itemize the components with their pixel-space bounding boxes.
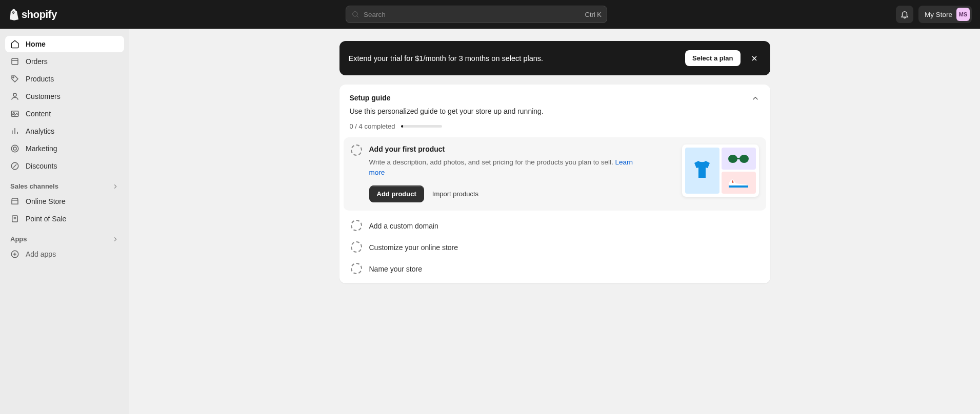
section-label: Apps <box>10 235 27 243</box>
svg-point-4 <box>13 93 16 96</box>
avatar: MS <box>956 8 970 21</box>
sidebar-item-online-store[interactable]: Online Store <box>5 193 124 210</box>
svg-line-1 <box>357 16 358 17</box>
content-icon <box>10 109 19 118</box>
search-icon <box>351 10 359 18</box>
sidebar-item-label: Home <box>26 40 46 48</box>
setup-task-name-store[interactable]: Name your store <box>339 258 770 283</box>
task-status-circle[interactable] <box>351 220 362 231</box>
sidebar-item-label: Add apps <box>26 250 56 258</box>
pos-icon <box>10 214 19 223</box>
setup-progress: 0 / 4 completed <box>339 118 770 137</box>
bell-icon <box>900 10 909 19</box>
topbar-right: My Store MS <box>896 6 972 23</box>
setup-subtitle: Use this personalized guide to get your … <box>339 107 770 118</box>
store-icon <box>10 197 19 206</box>
sidebar-item-products[interactable]: Products <box>5 71 124 87</box>
close-icon <box>750 54 758 63</box>
main-content: Extend your trial for $1/month for 3 mon… <box>129 29 980 414</box>
orders-icon <box>10 57 19 66</box>
svg-rect-2 <box>12 58 18 65</box>
apps-header[interactable]: Apps <box>5 228 124 245</box>
sidebar-item-label: Content <box>26 110 51 118</box>
svg-rect-15 <box>729 185 748 188</box>
topbar: shopify Search Ctrl K My Store MS <box>0 0 980 29</box>
svg-point-13 <box>739 155 749 163</box>
person-icon <box>10 92 19 101</box>
import-products-button[interactable]: Import products <box>432 190 478 198</box>
sidebar-item-pos[interactable]: Point of Sale <box>5 211 124 227</box>
glasses-icon <box>726 153 751 164</box>
banner-text: Extend your trial for $1/month for 3 mon… <box>349 54 544 63</box>
sales-channels-header[interactable]: Sales channels <box>5 175 124 192</box>
progress-bar <box>401 125 442 128</box>
sidebar-item-label: Products <box>26 75 54 83</box>
add-product-button[interactable]: Add product <box>369 185 424 202</box>
store-switcher[interactable]: My Store MS <box>918 6 972 23</box>
svg-rect-14 <box>737 158 740 159</box>
sidebar-item-label: Online Store <box>26 197 66 205</box>
sidebar: Home Orders Products Customers Content A… <box>0 29 129 414</box>
sidebar-item-analytics[interactable]: Analytics <box>5 123 124 139</box>
sidebar-item-label: Analytics <box>26 127 54 135</box>
task-title: Customize your online store <box>369 243 458 252</box>
illus-shoe <box>722 172 756 194</box>
shopify-bag-icon <box>8 8 18 20</box>
search-input[interactable]: Search Ctrl K <box>346 6 607 23</box>
chevron-right-icon <box>112 236 119 243</box>
product-illustration <box>682 144 759 197</box>
analytics-icon <box>10 127 19 136</box>
sidebar-item-customers[interactable]: Customers <box>5 88 124 105</box>
tag-icon <box>10 74 19 84</box>
svg-point-0 <box>353 12 357 16</box>
setup-title: Setup guide <box>350 94 391 103</box>
discounts-icon <box>10 161 19 171</box>
chevron-right-icon <box>112 183 119 190</box>
section-label: Sales channels <box>10 182 58 190</box>
task-status-circle[interactable] <box>351 241 362 253</box>
sidebar-item-label: Orders <box>26 57 48 66</box>
sidebar-item-add-apps[interactable]: Add apps <box>5 246 124 262</box>
task-title: Add your first product <box>369 144 667 153</box>
search-placeholder: Search <box>364 11 581 18</box>
svg-point-8 <box>13 147 16 150</box>
select-plan-button[interactable]: Select a plan <box>685 50 740 66</box>
sidebar-item-label: Customers <box>26 92 61 100</box>
task-status-circle[interactable] <box>351 263 362 274</box>
store-name: My Store <box>925 11 952 18</box>
shopify-logo[interactable]: shopify <box>8 8 57 20</box>
sidebar-item-content[interactable]: Content <box>5 106 124 122</box>
tshirt-icon <box>689 158 715 183</box>
setup-task-customize-store[interactable]: Customize your online store <box>339 236 770 258</box>
svg-point-7 <box>11 145 18 152</box>
setup-guide-card: Setup guide Use this personalized guide … <box>339 85 770 283</box>
sidebar-item-label: Discounts <box>26 162 57 170</box>
banner-close-button[interactable] <box>748 52 761 65</box>
sidebar-item-discounts[interactable]: Discounts <box>5 158 124 174</box>
task-title: Add a custom domain <box>369 221 438 230</box>
svg-point-3 <box>13 77 14 78</box>
sidebar-item-home[interactable]: Home <box>5 36 124 52</box>
brand-text: shopify <box>22 9 57 20</box>
sidebar-item-marketing[interactable]: Marketing <box>5 140 124 157</box>
search-shortcut: Ctrl K <box>585 11 602 18</box>
task-description: Write a description, add photos, and set… <box>369 157 636 177</box>
notifications-button[interactable] <box>896 6 913 23</box>
illus-glasses <box>722 148 756 170</box>
search-container: Search Ctrl K <box>65 6 888 23</box>
plus-circle-icon <box>10 250 19 259</box>
sidebar-item-label: Point of Sale <box>26 215 66 223</box>
sidebar-item-label: Marketing <box>26 144 57 153</box>
trial-banner: Extend your trial for $1/month for 3 mon… <box>339 41 770 75</box>
chevron-up-icon[interactable] <box>751 94 760 103</box>
setup-task-add-product[interactable]: Add your first product Write a descripti… <box>344 137 766 211</box>
svg-point-12 <box>728 155 737 163</box>
task-title: Name your store <box>369 264 422 273</box>
shoe-icon <box>726 176 751 190</box>
marketing-icon <box>10 144 19 153</box>
progress-text: 0 / 4 completed <box>350 122 395 130</box>
task-status-circle[interactable] <box>351 144 362 156</box>
home-icon <box>10 39 19 49</box>
setup-task-custom-domain[interactable]: Add a custom domain <box>339 215 770 236</box>
sidebar-item-orders[interactable]: Orders <box>5 53 124 70</box>
